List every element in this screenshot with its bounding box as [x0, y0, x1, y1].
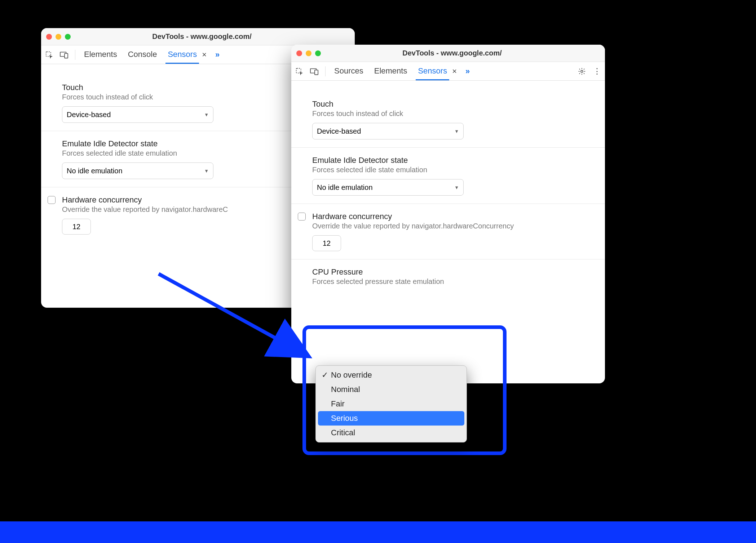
cpu-pressure-dropdown: ✓ No override Nominal Fair Serious Criti…	[315, 365, 467, 442]
hw-value: 12	[323, 239, 331, 248]
section-cpu-pressure: CPU Pressure Forces selected pressure st…	[291, 259, 605, 299]
touch-select-value: Device-based	[67, 111, 111, 119]
close-window-icon[interactable]	[296, 50, 302, 56]
idle-select[interactable]: No idle emulation ▼	[312, 179, 464, 196]
cpu-option-critical[interactable]: Critical	[318, 426, 464, 440]
svg-line-7	[159, 274, 303, 353]
touch-select[interactable]: Device-based ▼	[312, 123, 464, 139]
traffic-lights	[46, 34, 71, 40]
hw-concurrency-input[interactable]: 12	[312, 235, 341, 251]
touch-subtitle: Forces touch instead of click	[312, 110, 601, 118]
cpu-option-no-override[interactable]: ✓ No override	[318, 368, 464, 382]
inspect-icon[interactable]	[295, 67, 304, 76]
settings-gear-icon[interactable]	[578, 67, 586, 76]
cpu-option-fair[interactable]: Fair	[318, 397, 464, 411]
close-tab-icon[interactable]: ×	[202, 50, 207, 59]
cpu-option-label: Fair	[331, 399, 345, 409]
window-title: DevTools - www.google.com/	[326, 49, 600, 57]
device-toggle-icon[interactable]	[60, 50, 68, 59]
zoom-window-icon[interactable]	[315, 50, 321, 56]
toolbar-separator	[325, 66, 326, 76]
cpu-pressure-title: CPU Pressure	[312, 267, 601, 277]
hw-concurrency-checkbox[interactable]	[298, 213, 306, 221]
more-tabs-icon[interactable]: »	[213, 50, 222, 59]
devtools-window-right: DevTools - www.google.com/ Sources Eleme…	[291, 45, 605, 383]
idle-title: Emulate Idle Detector state	[312, 156, 601, 165]
section-idle: Emulate Idle Detector state Forces selec…	[291, 147, 605, 204]
svg-rect-5	[315, 70, 318, 75]
hw-value: 12	[72, 223, 80, 231]
chevron-down-icon: ▼	[204, 112, 209, 117]
hw-concurrency-input[interactable]: 12	[62, 219, 91, 235]
tab-sources[interactable]: Sources	[332, 62, 366, 80]
hw-concurrency-checkbox[interactable]	[48, 196, 56, 204]
touch-select-value: Device-based	[317, 127, 361, 135]
svg-rect-2	[65, 53, 68, 58]
close-tab-icon[interactable]: ×	[452, 67, 457, 76]
tab-elements[interactable]: Elements	[372, 62, 410, 80]
minimize-window-icon[interactable]	[306, 50, 311, 56]
tab-sensors[interactable]: Sensors	[416, 62, 449, 80]
inspect-icon[interactable]	[45, 50, 53, 59]
minimize-window-icon[interactable]	[56, 34, 61, 40]
checkmark-icon: ✓	[322, 370, 328, 380]
devtools-toolbar: Sources Elements Sensors × » ⋮	[291, 62, 605, 81]
svg-point-6	[581, 70, 583, 72]
chevron-down-icon: ▼	[204, 168, 209, 174]
cpu-option-serious[interactable]: Serious	[318, 411, 464, 426]
cpu-option-label: Critical	[331, 428, 355, 437]
touch-title: Touch	[312, 99, 601, 109]
cpu-option-label: Serious	[331, 414, 358, 423]
toolbar-separator	[75, 50, 75, 60]
cpu-option-nominal[interactable]: Nominal	[318, 382, 464, 397]
page-bottom-bar	[0, 521, 756, 543]
callout-arrow-icon	[155, 270, 314, 364]
tab-console[interactable]: Console	[126, 45, 159, 64]
chevron-down-icon: ▼	[454, 129, 459, 134]
chevron-down-icon: ▼	[454, 185, 459, 190]
section-touch: Touch Forces touch instead of click Devi…	[291, 92, 605, 147]
idle-select-value: No idle emulation	[317, 183, 373, 192]
traffic-lights	[296, 50, 321, 56]
device-toggle-icon[interactable]	[310, 67, 319, 76]
kebab-menu-icon[interactable]: ⋮	[593, 67, 601, 76]
hw-subtitle: Override the value reported by navigator…	[312, 222, 601, 230]
cpu-option-label: Nominal	[331, 385, 360, 394]
touch-select[interactable]: Device-based ▼	[62, 106, 213, 123]
cpu-option-label: No override	[331, 370, 372, 380]
tab-elements[interactable]: Elements	[82, 45, 119, 64]
window-title: DevTools - www.google.com/	[76, 32, 350, 41]
cpu-pressure-subtitle: Forces selected pressure state emulation	[312, 277, 601, 286]
idle-select[interactable]: No idle emulation ▼	[62, 163, 213, 179]
window-titlebar: DevTools - www.google.com/	[291, 45, 605, 62]
sensors-panel: Touch Forces touch instead of click Devi…	[291, 81, 605, 383]
close-window-icon[interactable]	[46, 34, 52, 40]
section-hardware-concurrency: Hardware concurrency Override the value …	[291, 204, 605, 259]
tab-sensors[interactable]: Sensors	[165, 45, 199, 64]
idle-select-value: No idle emulation	[67, 167, 123, 175]
idle-subtitle: Forces selected idle state emulation	[312, 166, 601, 174]
window-titlebar: DevTools - www.google.com/	[41, 28, 355, 45]
more-tabs-icon[interactable]: »	[463, 67, 472, 76]
hw-title: Hardware concurrency	[312, 212, 601, 221]
zoom-window-icon[interactable]	[65, 34, 71, 40]
